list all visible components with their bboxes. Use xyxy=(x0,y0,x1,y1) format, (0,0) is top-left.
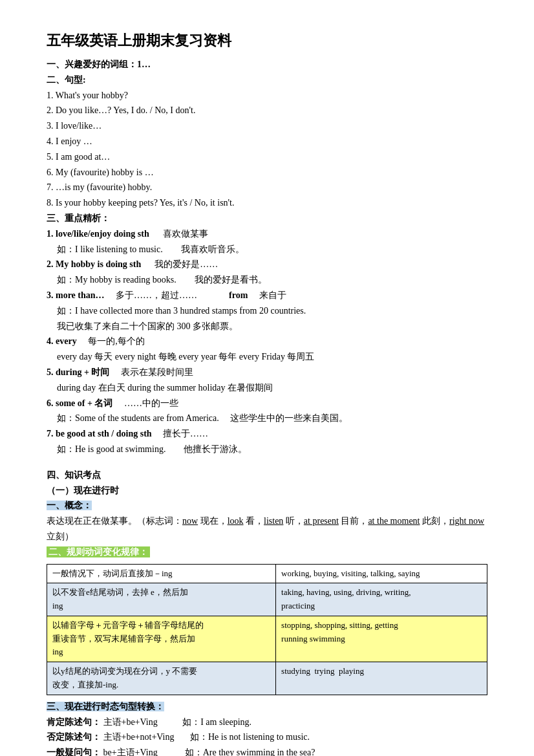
s3-item-4: 4. every 每一的,每个的 xyxy=(47,334,487,349)
section-4-title: 四、知识考点 xyxy=(47,468,487,483)
right-now-word: right now xyxy=(449,516,484,526)
section-2-items: 1. What's your hobby? 2. Do you like…? Y… xyxy=(47,88,487,211)
s3-item-3-label: 3. more than… xyxy=(47,290,105,300)
s3-item-2-cn: 我的爱好是…… xyxy=(155,259,218,269)
table-cell-1-right: working, buying, visiting, talking, sayi… xyxy=(276,564,487,583)
s3-item-7-cn: 擅长于…… xyxy=(163,429,208,438)
s3-item-1-example: 如：I like listening to music. 我喜欢听音乐。 xyxy=(47,242,487,257)
s2-item-6: 6. My (favourite) hobby is … xyxy=(47,165,487,180)
overview-label-row: 一、概念： xyxy=(47,498,487,513)
s2-item-3: 3. I love/like… xyxy=(47,118,487,134)
table-cell-3-left: 以辅音字母＋元音字母＋辅音字母结尾的重读音节，双写末尾辅音字母，然后加ing xyxy=(47,616,276,662)
sp-2: 否定陈述句： 主语+be+not+Ving 如：He is not listen… xyxy=(47,729,487,745)
table-cell-1-left: 一般情况下，动词后直接加－ing xyxy=(47,564,276,583)
sp-2-type: 否定陈述句： xyxy=(47,732,101,742)
s2-item-2: 2. Do you like…? Yes, I do. / No, I don'… xyxy=(47,103,487,118)
table-cell-4-left: 以y结尾的动词变为现在分词，y 不需要改变，直接加-ing. xyxy=(47,662,276,695)
s3-item-5-cn: 表示在某段时间里 xyxy=(121,367,193,377)
table-cell-2-left: 以不发音e结尾动词，去掉 e，然后加ing xyxy=(47,583,276,616)
table-cell-4-right: studying trying playing xyxy=(276,662,487,695)
s3-item-6: 6. some of + 名词 ……中的一些 xyxy=(47,396,487,411)
sp-2-example: 如：He is not listening to music. xyxy=(190,732,310,742)
s3-item-4-extra: every day 每天 every night 每晚 every year 每… xyxy=(47,349,487,365)
table-row-4: 以y结尾的动词变为现在分词，y 不需要改变，直接加-ing. studying … xyxy=(47,662,487,695)
sp-1-example: 如：I am sleeping. xyxy=(182,717,251,727)
at-moment-word: at the moment xyxy=(368,516,420,526)
s3-item-2-label: 2. My hobby is doing sth xyxy=(47,259,141,269)
s2-item-4: 4. I enjoy … xyxy=(47,134,487,149)
table-row-2: 以不发音e结尾动词，去掉 e，然后加ing taking, having, us… xyxy=(47,583,487,616)
s2-item-5: 5. I am good at… xyxy=(47,149,487,165)
s3-item-2-example: 如：My hobby is reading books. 我的爱好是看书。 xyxy=(47,272,487,288)
section-2-title: 二、句型: xyxy=(47,72,487,88)
look-word: look xyxy=(228,516,244,526)
s2-item-8: 8. Is your hobby keeping pets? Yes, it's… xyxy=(47,195,487,211)
section-3-title: 三、重点精析： xyxy=(47,211,487,226)
at-present-word: at present xyxy=(304,516,339,526)
s3-item-3-example-cn: 我已收集了来自二十个国家的 300 多张邮票。 xyxy=(47,319,487,334)
sp-1-type: 肯定陈述句： xyxy=(47,717,101,727)
listen-word: listen xyxy=(264,516,283,526)
sp-1: 肯定陈述句： 主语+be+Ving 如：I am sleeping. xyxy=(47,715,487,730)
s2-item-1: 1. What's your hobby? xyxy=(47,88,487,103)
s3-item-1-label: 1. love/like/enjoy doing sth xyxy=(47,229,149,239)
now-word: now xyxy=(182,516,198,526)
s3-item-3-label2: from xyxy=(229,290,248,300)
s3-item-5-extra: during day 在白天 during the summer holiday… xyxy=(47,380,487,396)
section-1-title: 一、兴趣爱好的词组：1… xyxy=(47,57,487,72)
s3-item-1-cn xyxy=(151,229,160,239)
s4-sub1-3-label-row: 三、现在进行时态句型转换： xyxy=(47,699,487,715)
s3-item-3-cn2: 来自于 xyxy=(259,290,286,300)
overview-text: 表达现在正在做某事。（标志词：now 现在，look 看，listen 听，at… xyxy=(47,513,487,545)
s3-item-2: 2. My hobby is doing sth 我的爱好是…… xyxy=(47,257,487,272)
s3-item-6-label: 6. some of + 名词 xyxy=(47,398,112,408)
grammar-table: 一般情况下，动词后直接加－ing working, buying, visiti… xyxy=(47,564,487,695)
section-3-items: 1. love/like/enjoy doing sth 喜欢做某事 如：I l… xyxy=(47,226,487,457)
page: 五年级英语上册期末复习资料 一、兴趣爱好的词组：1… 二、句型: 1. What… xyxy=(0,0,534,756)
s3-item-1-cn-text: 喜欢做某事 xyxy=(163,229,208,239)
sp-3-type: 一般疑问句： xyxy=(47,748,101,756)
page-title: 五年级英语上册期末复习资料 xyxy=(47,31,487,50)
s3-item-7-example: 如：He is good at swimming. 他擅长于游泳。 xyxy=(47,442,487,457)
s3-item-6-example: 如：Some of the students are from America.… xyxy=(47,411,487,426)
s3-item-1: 1. love/like/enjoy doing sth 喜欢做某事 xyxy=(47,226,487,242)
s3-item-4-label: 4. every xyxy=(47,336,77,346)
sentence-patterns: 肯定陈述句： 主语+be+Ving 如：I am sleeping. 否定陈述句… xyxy=(47,715,487,756)
rule-label-row: 二、规则动词变化规律： xyxy=(47,545,487,560)
rule-label: 二、规则动词变化规律： xyxy=(47,546,150,557)
sp-2-pattern: 主语+be+not+Ving xyxy=(103,732,175,742)
s3-item-3-example: 如：I have collected more than 3 hundred s… xyxy=(47,303,487,319)
s3-item-7-label: 7. be good at sth / doing sth xyxy=(47,429,152,438)
table-cell-3-right: stopping, shopping, sitting, gettingrunn… xyxy=(276,616,487,662)
table-cell-2-right: taking, having, using, driving, writing,… xyxy=(276,583,487,616)
s3-item-4-cn: 每一的,每个的 xyxy=(88,336,145,346)
sp-3: 一般疑问句： be+主语+Ving 如：Are they swimming in… xyxy=(47,745,487,756)
table-row-1: 一般情况下，动词后直接加－ing working, buying, visiti… xyxy=(47,564,487,583)
overview-label: 一、概念： xyxy=(47,501,92,510)
s2-item-7: 7. …is my (favourite) hobby. xyxy=(47,180,487,195)
s3-item-3: 3. more than… 多于……，超过…… from 来自于 xyxy=(47,288,487,303)
s3-item-5: 5. during + 时间 表示在某段时间里 xyxy=(47,365,487,380)
sp-1-pattern: 主语+be+Ving xyxy=(103,717,158,727)
table-row-3: 以辅音字母＋元音字母＋辅音字母结尾的重读音节，双写末尾辅音字母，然后加ing s… xyxy=(47,616,487,662)
section-4-sub1: （一）现在进行时 xyxy=(47,483,487,499)
s4-sub1-3-label: 三、现在进行时态句型转换： xyxy=(47,702,164,711)
s3-item-7: 7. be good at sth / doing sth 擅长于…… xyxy=(47,426,487,442)
sp-3-pattern: be+主语+Ving xyxy=(103,748,158,756)
s3-item-6-cn: ……中的一些 xyxy=(124,398,178,408)
s3-item-5-label: 5. during + 时间 xyxy=(47,367,109,377)
sp-3-example: 如：Are they swimming in the sea? xyxy=(185,748,315,756)
s3-item-3-cn: 多于……，超过…… xyxy=(116,290,197,300)
